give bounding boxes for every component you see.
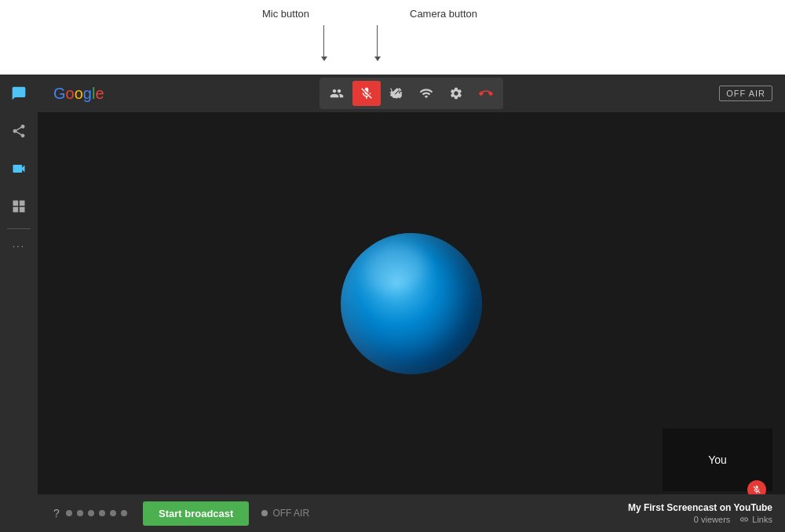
globe-visual (341, 233, 482, 374)
camera-label: Camera button (410, 8, 477, 20)
off-air-badge: OFF AIR (719, 86, 772, 101)
sidebar-item-chat[interactable] (0, 75, 38, 112)
annotation-area: Mic button Camera button (0, 0, 785, 75)
camera-arrow (377, 25, 378, 56)
sidebar: ... (0, 75, 38, 532)
main-content: Google (38, 75, 785, 532)
dot-6 (121, 510, 127, 516)
mic-button[interactable] (352, 81, 381, 106)
dot-2 (77, 510, 83, 516)
start-broadcast-button[interactable]: Start broadcast (143, 501, 249, 526)
links-label: Links (752, 515, 772, 524)
mic-muted-icon (752, 485, 761, 494)
off-air-dot (261, 510, 268, 516)
end-call-button[interactable] (472, 81, 500, 106)
sidebar-divider (7, 228, 31, 229)
broadcast-info: My First Screencast on YouTube 0 viewers… (628, 502, 772, 524)
broadcast-title: My First Screencast on YouTube (628, 502, 772, 513)
bottom-bar: ? Start broadcast OFF AIR My First Scree… (38, 494, 785, 532)
signal-button[interactable] (412, 81, 440, 106)
link-icon (739, 515, 749, 524)
mic-arrow (323, 25, 324, 56)
viewers-count: 0 viewers (694, 515, 730, 524)
app-container: ... Google (0, 75, 785, 532)
grid-icon (11, 199, 27, 214)
google-logo: Google (53, 85, 104, 103)
globe-highlight (358, 235, 433, 301)
chat-icon (11, 86, 27, 101)
links-button[interactable]: Links (739, 515, 772, 524)
settings-button[interactable] (442, 81, 470, 106)
videocam-off-icon (389, 86, 403, 100)
share-icon (11, 123, 27, 139)
you-panel: You (663, 428, 772, 491)
sidebar-item-grid[interactable] (0, 188, 38, 225)
off-air-status: OFF AIR (261, 508, 309, 519)
camera-button[interactable] (382, 81, 411, 106)
end-call-icon (479, 86, 493, 100)
broadcast-meta: 0 viewers Links (628, 515, 772, 524)
sidebar-item-video[interactable] (0, 150, 38, 188)
mic-off-icon (360, 86, 374, 100)
dot-3 (88, 510, 94, 516)
settings-icon (449, 86, 463, 100)
header-bar: Google (38, 75, 785, 112)
mic-label: Mic button (262, 8, 309, 20)
you-label: You (708, 454, 727, 466)
help-button[interactable]: ? (38, 494, 75, 532)
people-icon (330, 86, 344, 100)
dot-4 (99, 510, 105, 516)
sidebar-item-share[interactable] (0, 112, 38, 150)
sidebar-more[interactable]: ... (13, 232, 25, 256)
dot-5 (110, 510, 116, 516)
people-button[interactable] (323, 81, 351, 106)
signal-icon (419, 86, 433, 100)
toolbar-buttons (319, 78, 503, 109)
video-icon (11, 161, 27, 177)
